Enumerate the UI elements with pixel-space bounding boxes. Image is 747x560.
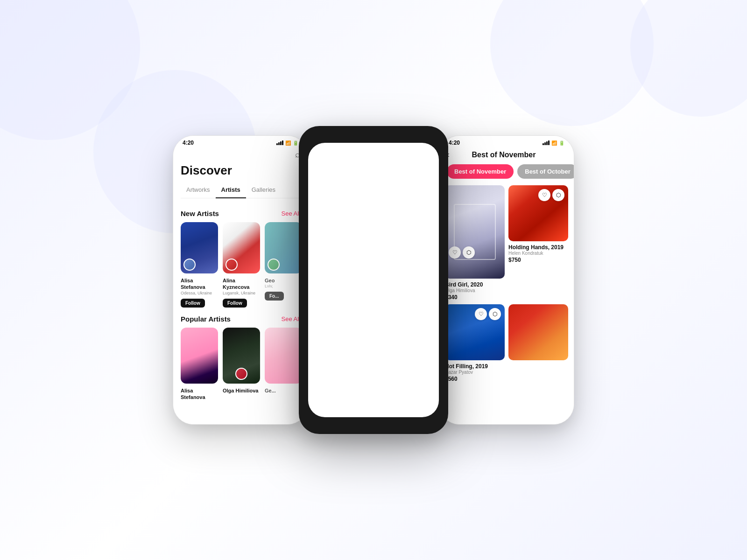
artwork-holding-hands-like[interactable]: ♡ <box>538 189 550 201</box>
bg-decoration-2 <box>490 0 654 126</box>
new-artist-3-avatar <box>268 259 280 271</box>
popular-artist-1-name: Alisa Stefanova <box>181 387 218 401</box>
phones-container: 4:20 📶 🔋 ⌕ Discover <box>173 126 574 434</box>
new-artists-title: New Artists <box>181 210 219 217</box>
right-nav-title: Best of November <box>453 151 554 159</box>
new-artist-3-image <box>265 222 302 273</box>
new-artist-1: Alisa Stefanova Odessa, Ukraine Follow <box>181 222 218 308</box>
artwork-holding-hands-price: $750 <box>508 257 568 263</box>
artwork-bird-girl-artist: Olga Himiliova <box>445 288 505 293</box>
artwork-hot-filling: ♡ ⬡ Hot Filling, 2019 Nazar Pyatov $560 <box>445 304 505 382</box>
artwork-bird-girl-3d[interactable]: ⬡ <box>463 246 475 259</box>
artwork-bird-girl-icons: ♡ ⬡ <box>449 246 475 259</box>
filter-october[interactable]: Best of October <box>517 164 574 179</box>
right-battery-icon: 🔋 <box>559 140 564 146</box>
right-phone: 4:20 📶 🔋 ‹ Best of November <box>439 135 574 425</box>
center-notch <box>345 126 402 139</box>
popular-artist-1-bg <box>181 328 218 384</box>
right-nav-header: ‹ Best of November <box>439 148 574 164</box>
popular-artist-2-avatar <box>235 368 247 380</box>
tab-galleries[interactable]: Galleries <box>246 183 281 198</box>
popular-artist-3-name: Ge... <box>265 387 302 394</box>
popular-artists-scroll: Alisa Stefanova Olga Himiliova Ge... <box>173 328 308 401</box>
artwork-red-orange-image <box>508 304 568 360</box>
artwork-holding-hands-icons: ♡ ⬡ <box>538 189 564 201</box>
right-column: ♡ ⬡ Holding Hands, 2019 Helen Kondratuk … <box>508 185 568 301</box>
center-phone <box>299 126 448 434</box>
artwork-holding-hands-title: Holding Hands, 2019 <box>508 244 568 251</box>
new-artist-1-image <box>181 222 218 273</box>
filter-november[interactable]: Best of November <box>447 164 514 179</box>
new-artist-3: Geo Lviv, Fo... <box>265 222 302 308</box>
new-artist-2-name: Alina Kyznecova <box>223 277 260 291</box>
artwork-grid: ♡ ⬡ Bird Girl, 2020 Olga Himiliova $340 … <box>439 185 574 301</box>
artwork-holding-hands-3d[interactable]: ⬡ <box>552 189 564 201</box>
popular-artist-1-image <box>181 328 218 384</box>
left-battery-icon: 🔋 <box>293 140 298 146</box>
popular-artists-see-all[interactable]: See All <box>282 315 300 322</box>
new-artists-scroll: Alisa Stefanova Odessa, Ukraine Follow A… <box>173 222 308 308</box>
artwork-bird-girl-title: Bird Girl, 2020 <box>445 281 505 288</box>
artwork-bird-girl-price: $340 <box>445 294 505 301</box>
filter-pills: Best of November Best of October B... <box>439 164 574 185</box>
artwork-hot-filling-title: Hot Filling, 2019 <box>445 363 505 370</box>
popular-artist-3: Ge... <box>265 328 302 401</box>
right-signal-icon <box>543 140 550 145</box>
left-phone: 4:20 📶 🔋 ⌕ Discover <box>173 135 308 425</box>
tab-artworks[interactable]: Artworks <box>181 183 216 198</box>
new-artist-3-follow[interactable]: Fo... <box>265 292 284 301</box>
left-status-time: 4:20 <box>183 140 194 146</box>
artwork-hot-filling-like[interactable]: ♡ <box>475 308 487 320</box>
artwork-grid-row2: ♡ ⬡ Hot Filling, 2019 Nazar Pyatov $560 <box>439 301 574 382</box>
new-artist-2-avatar <box>226 259 238 271</box>
left-wifi-icon: 📶 <box>285 140 291 146</box>
new-artist-3-name: Geo <box>265 277 302 284</box>
popular-artist-2: Olga Himiliova <box>223 328 260 401</box>
new-artist-2-location: Lugansk, Ukraine <box>223 291 260 295</box>
discover-header: ⌕ Discover Artworks Artists Galleries <box>173 148 308 210</box>
artwork-hot-filling-icons: ♡ ⬡ <box>475 308 501 320</box>
center-screen <box>308 143 439 417</box>
right-status-time: 4:20 <box>449 140 460 146</box>
left-status-bar: 4:20 📶 🔋 <box>173 136 308 148</box>
artwork-hot-filling-3d[interactable]: ⬡ <box>489 308 501 320</box>
left-screen: 4:20 📶 🔋 ⌕ Discover <box>173 136 308 424</box>
popular-artist-3-bg <box>265 328 302 384</box>
artwork-bird-girl-like[interactable]: ♡ <box>449 246 461 259</box>
right-status-bar: 4:20 📶 🔋 <box>439 136 574 148</box>
popular-artist-1: Alisa Stefanova <box>181 328 218 401</box>
new-artist-2-follow[interactable]: Follow <box>223 299 247 308</box>
popular-artist-2-image <box>223 328 260 384</box>
popular-artist-2-name: Olga Himiliova <box>223 387 260 394</box>
tab-artists[interactable]: Artists <box>216 183 246 198</box>
new-artists-see-all[interactable]: See All <box>282 210 300 217</box>
new-artist-1-follow[interactable]: Follow <box>181 299 205 308</box>
artwork-hot-filling-artist: Nazar Pyatov <box>445 370 505 375</box>
right-screen: 4:20 📶 🔋 ‹ Best of November <box>439 136 574 424</box>
new-artist-1-avatar <box>183 259 196 271</box>
search-row: ⌕ <box>181 148 300 163</box>
popular-artist-3-image <box>265 328 302 384</box>
new-artist-1-name: Alisa Stefanova <box>181 277 218 291</box>
popular-artists-title: Popular Artists <box>181 315 231 323</box>
tabs-row: Artworks Artists Galleries <box>181 183 300 198</box>
artwork-holding-hands-artist: Helen Kondratuk <box>508 251 568 256</box>
new-artists-header: New Artists See All <box>173 210 308 222</box>
right-wifi-icon: 📶 <box>551 140 557 146</box>
new-artist-1-location: Odessa, Ukraine <box>181 291 218 295</box>
artwork-holding-hands: ♡ ⬡ Holding Hands, 2019 Helen Kondratuk … <box>508 185 568 263</box>
bg-decoration-3 <box>630 0 747 117</box>
new-artist-2: Alina Kyznecova Lugansk, Ukraine Follow <box>223 222 260 308</box>
new-artist-3-location: Lviv, <box>265 284 302 288</box>
artwork-bird-girl-image <box>445 185 505 279</box>
popular-artists-header: Popular Artists See All <box>173 315 308 328</box>
discover-title: Discover <box>181 163 300 178</box>
right-status-icons: 📶 🔋 <box>543 140 564 146</box>
new-artist-2-image <box>223 222 260 273</box>
artwork-bird-girl: ♡ ⬡ Bird Girl, 2020 Olga Himiliova $340 <box>445 185 505 301</box>
artwork-hot-filling-price: $560 <box>445 376 505 382</box>
left-status-icons: 📶 🔋 <box>276 140 298 146</box>
left-signal-icon <box>276 140 283 145</box>
artwork-red-orange <box>508 304 568 382</box>
